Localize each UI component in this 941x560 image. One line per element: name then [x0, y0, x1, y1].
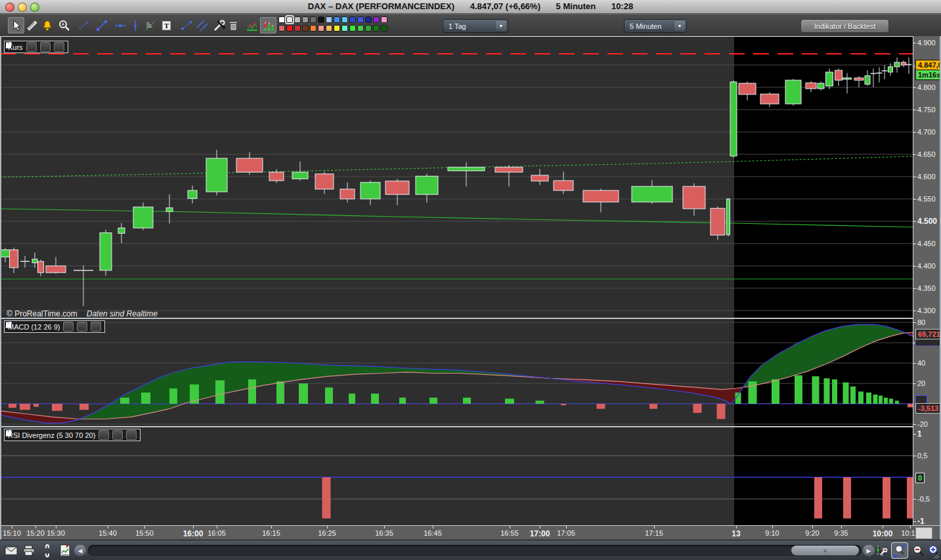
time-tick	[271, 526, 272, 528]
backtest-icon[interactable]	[873, 543, 889, 558]
parallel-lines-tool[interactable]	[194, 17, 210, 33]
color-swatch[interactable]	[357, 16, 364, 23]
point-line-tool[interactable]	[75, 17, 91, 33]
wrench-icon[interactable]	[98, 430, 109, 440]
color-swatch[interactable]	[278, 16, 285, 23]
color-swatch[interactable]	[341, 25, 348, 32]
color-swatch[interactable]	[357, 25, 364, 32]
scroll-left-button[interactable]: ◀	[74, 545, 86, 556]
kurs-panel[interactable]: Kurs © ProRealTime.comDaten sind Realtim…	[0, 37, 913, 318]
kurs-chart-canvas[interactable]	[0, 37, 913, 318]
window-icon[interactable]	[40, 42, 51, 52]
color-swatch[interactable]	[294, 25, 301, 32]
color-swatch[interactable]	[278, 25, 285, 32]
history-range-dropdown[interactable]: 1 Tag ▼	[443, 19, 508, 33]
panel-divider[interactable]	[0, 426, 913, 427]
chevron-down-icon[interactable]: ▼	[674, 21, 685, 31]
color-swatch[interactable]	[365, 25, 372, 32]
wrench-icon[interactable]	[63, 322, 74, 332]
candlestick-mode[interactable]	[260, 17, 276, 33]
text-tool[interactable]: T	[158, 17, 175, 33]
color-swatch[interactable]	[310, 25, 317, 32]
trendline-tool[interactable]	[93, 17, 110, 33]
close-icon[interactable]	[54, 42, 64, 52]
color-swatch[interactable]	[381, 25, 387, 32]
color-swatch[interactable]	[286, 16, 293, 23]
link-icon[interactable]	[39, 543, 55, 558]
interval-dropdown[interactable]: 5 Minuten ▼	[624, 19, 687, 33]
zoom-window-icon[interactable]	[892, 543, 908, 558]
value-axis[interactable]: 4.9004.8004.7504.7004.6504.6004.5504.500…	[913, 36, 941, 525]
color-swatch[interactable]	[373, 16, 380, 23]
close-icon[interactable]	[91, 322, 101, 332]
window-icon[interactable]	[112, 430, 123, 440]
time-tick	[327, 526, 328, 528]
kurs-panel-header[interactable]: Kurs	[4, 41, 68, 53]
time-tick	[384, 526, 385, 528]
resize-grip[interactable]	[933, 553, 940, 559]
zoom-out-icon[interactable]	[911, 543, 927, 558]
color-swatch[interactable]	[302, 16, 309, 23]
time-label: 9:35	[834, 529, 848, 537]
color-swatch[interactable]	[310, 16, 317, 23]
time-label: 16:35	[375, 529, 393, 537]
print-icon[interactable]	[21, 543, 37, 558]
zoom-tool[interactable]	[56, 17, 72, 33]
macd-panel[interactable]: MACD (12 26 9)	[0, 319, 913, 426]
time-label: 15:10	[3, 529, 21, 537]
candle-countdown-badge: 1m16s	[915, 70, 941, 80]
color-swatch[interactable]	[334, 25, 340, 32]
ruler-tool-icon	[25, 18, 39, 33]
delete-tool-icon	[226, 18, 240, 33]
panel-divider[interactable]	[0, 318, 913, 319]
time-axis[interactable]: 15:1015:2015:3015:4015:5016:0016:0516:15…	[0, 525, 941, 540]
color-swatch[interactable]	[286, 25, 293, 32]
color-swatch[interactable]	[349, 25, 356, 32]
color-swatch[interactable]	[341, 16, 348, 23]
time-label: 16:25	[318, 529, 336, 537]
rsi-chart-canvas[interactable]	[0, 427, 913, 525]
alarm-tool-icon	[40, 18, 55, 33]
report-icon[interactable]	[57, 543, 73, 558]
color-swatch[interactable]	[326, 25, 332, 32]
vertical-line-tool[interactable]	[127, 17, 143, 33]
color-swatch[interactable]	[302, 25, 309, 32]
close-icon[interactable]	[126, 430, 137, 440]
color-swatch[interactable]	[365, 16, 372, 23]
chevron-down-icon[interactable]: ▼	[496, 21, 506, 31]
wrench-icon[interactable]	[26, 42, 37, 52]
indicator-backtest-button[interactable]: Indikator / Backtest	[800, 19, 889, 33]
delete-tool[interactable]	[225, 17, 241, 33]
fibonacci-tool[interactable]	[142, 17, 158, 33]
color-swatch[interactable]	[326, 16, 332, 23]
chart-scrollbar[interactable]: ≡	[88, 545, 862, 556]
ruler-tool[interactable]	[24, 17, 40, 33]
scrollbar-thumb[interactable]: ≡	[791, 546, 859, 555]
color-swatch[interactable]	[318, 25, 324, 32]
line-chart-mode[interactable]	[244, 17, 260, 33]
color-swatch[interactable]	[318, 16, 324, 23]
title-timeframe: 5 Minuten	[556, 1, 596, 11]
color-swatch[interactable]	[349, 16, 356, 23]
macd-panel-header[interactable]: MACD (12 26 9)	[4, 320, 105, 333]
cursor-tool[interactable]	[8, 17, 24, 33]
time-label: 10:00	[873, 529, 893, 538]
rsi-panel-header[interactable]: RSI Divergenz (5 30 70 20)	[4, 429, 141, 441]
mail-icon[interactable]	[3, 543, 19, 558]
horizontal-line-tool[interactable]	[112, 17, 128, 33]
macd-chart-canvas[interactable]	[0, 319, 913, 426]
color-swatch[interactable]	[373, 25, 380, 32]
alarm-tool[interactable]	[39, 17, 55, 33]
color-swatch[interactable]	[294, 16, 301, 23]
segment-tool[interactable]	[178, 17, 194, 33]
color-swatch[interactable]	[381, 16, 387, 23]
rsi-panel[interactable]: RSI Divergenz (5 30 70 20)	[0, 427, 913, 525]
axis-corner-widget[interactable]	[915, 527, 932, 539]
color-swatch[interactable]	[334, 16, 340, 23]
window-titlebar[interactable]: DAX – DAX (PERFORMANCEINDEX) 4.847,07 (+…	[0, 0, 941, 14]
window-icon[interactable]	[77, 322, 87, 332]
realtime-note: Daten sind Realtime	[87, 309, 158, 318]
title-clock: 10:28	[611, 1, 633, 11]
time-label: 16:45	[424, 529, 442, 537]
time-label: 9:10	[765, 529, 779, 537]
